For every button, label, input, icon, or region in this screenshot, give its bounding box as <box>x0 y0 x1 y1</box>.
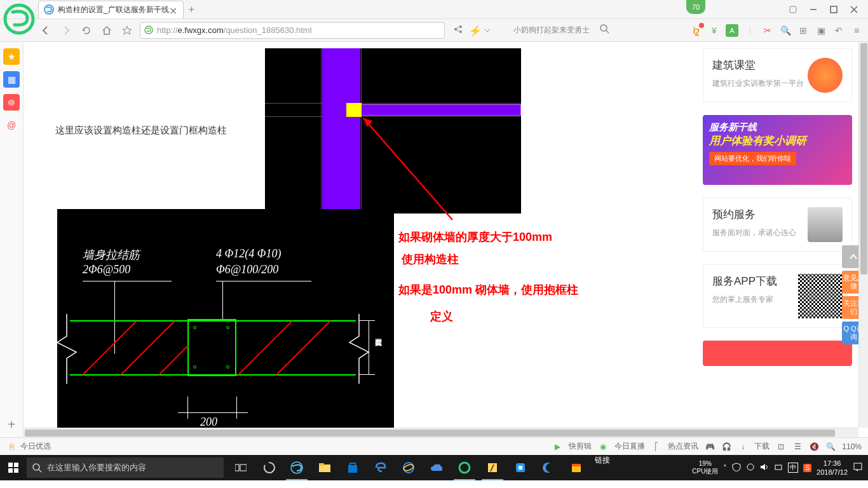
ext-sep: ⋮ <box>743 24 756 37</box>
app-store-icon[interactable] <box>339 455 366 480</box>
tray-chevron-icon[interactable]: ˄ <box>723 464 727 472</box>
scrollbar-vertical[interactable] <box>858 42 868 428</box>
app-explorer-icon[interactable] <box>311 455 338 480</box>
tray-volume-icon[interactable] <box>760 463 769 473</box>
new-tab-button[interactable]: + <box>189 4 194 15</box>
ext-search-icon[interactable]: 🔍 <box>779 24 792 37</box>
clip-icon[interactable]: ▶ <box>552 442 562 452</box>
window-titlebar: 构造柱的设置_广联达服务新干线 ✕ + 70 <box>0 0 868 19</box>
card-app[interactable]: 服务APP下载 您的掌上服务专家 <box>703 264 852 328</box>
menu-icon[interactable]: ≡ <box>850 24 863 37</box>
app-box-icon[interactable] <box>507 455 534 480</box>
star-button[interactable] <box>119 23 135 38</box>
pip-icon[interactable]: ⊡ <box>776 442 786 452</box>
annotation-2: 使用构造柱 <box>402 252 459 267</box>
side-news-icon[interactable]: ▦ <box>3 71 20 88</box>
tray-ime1-icon[interactable]: 中 <box>788 463 798 473</box>
live-icon[interactable]: ◉ <box>598 442 608 452</box>
forward-button[interactable] <box>58 23 74 38</box>
svg-point-13 <box>600 25 607 31</box>
app-notes-icon[interactable] <box>479 455 506 480</box>
chevron-down-icon[interactable] <box>484 25 496 36</box>
svg-rect-2 <box>790 6 796 13</box>
search-icon[interactable] <box>600 24 610 37</box>
cad-diagram-bottom: 墙身拉结筋 2Φ6@500 4 Φ12(4 Φ10) Φ6@100/200 <box>57 209 394 435</box>
task-view-icon[interactable] <box>227 455 254 480</box>
card-class[interactable]: 建筑课堂 建筑行业实训教学第一平台 <box>703 48 852 102</box>
tray-power-icon[interactable] <box>746 463 755 473</box>
side-add-button[interactable]: + <box>4 417 19 432</box>
tray-notification-icon[interactable] <box>853 462 863 473</box>
tray-ime2-icon[interactable]: S <box>803 464 811 472</box>
close-button[interactable] <box>845 3 863 17</box>
tab-close-icon[interactable]: ✕ <box>169 5 178 14</box>
browser-tab[interactable]: 构造柱的设置_广联达服务新干线 ✕ <box>38 1 184 18</box>
app-spiral-icon[interactable] <box>255 455 282 480</box>
taskbar-link[interactable]: 链接 <box>595 455 610 480</box>
promo-banner-2[interactable] <box>703 341 852 366</box>
svg-rect-35 <box>519 466 522 470</box>
zoom-icon[interactable]: 🔍 <box>825 442 836 452</box>
hot-icon[interactable]: ⎡ <box>651 442 661 452</box>
panel-icon[interactable]: ▣ <box>815 24 827 37</box>
mute-icon[interactable]: 🔇 <box>809 442 819 452</box>
tab-favicon <box>44 4 54 15</box>
card-service[interactable]: 预约服务 服务面对面，承诺心连心 <box>703 198 852 252</box>
translate-icon[interactable]: A <box>726 24 738 37</box>
score-badge[interactable]: 70 <box>686 0 705 14</box>
headphone-icon[interactable]: 🎧 <box>721 442 731 452</box>
app-cloud-icon[interactable] <box>423 455 450 480</box>
skin-icon[interactable] <box>784 3 802 17</box>
svg-line-22 <box>39 470 41 472</box>
svg-line-14 <box>606 30 609 33</box>
tray-net-icon[interactable] <box>774 463 783 473</box>
back-button[interactable] <box>38 23 53 38</box>
svg-rect-4 <box>831 6 837 13</box>
app-calendar-icon[interactable] <box>563 455 590 480</box>
browser-logo[interactable] <box>3 3 35 35</box>
minimize-button[interactable] <box>804 3 822 17</box>
side-mail-icon[interactable]: @ <box>3 117 20 133</box>
url-input[interactable]: http://e.fwxgx.com/question_1885630.html <box>140 22 445 39</box>
scissors-icon[interactable]: ✂ <box>761 24 774 37</box>
promo-banner[interactable]: 服务新干线 用户体验有奖小调研 网站要优化，我们听你哒 <box>703 115 852 185</box>
sidebar-icon[interactable]: ☰ <box>792 442 803 452</box>
svg-rect-28 <box>348 465 357 473</box>
wallet-icon[interactable]: ¥ <box>708 24 721 37</box>
app-360-icon[interactable] <box>451 455 478 480</box>
scrollbar-horizontal[interactable] <box>24 428 858 437</box>
taskbar-search[interactable]: 在这里输入你要搜索的内容 <box>27 458 224 478</box>
browser-statusbar: ⎘ 今日优选 ▶快剪辑 ◉今日直播 ⎡热点资讯 🎮 🎧 ↓下载 ⊡ ☰ 🔇 🔍1… <box>0 437 868 455</box>
home-button[interactable] <box>99 23 114 38</box>
download-icon[interactable]: ↓ <box>738 442 748 452</box>
bolt-icon[interactable]: ⚡ <box>469 25 480 36</box>
search-hint[interactable]: 小奶狗打起架来变勇士 <box>513 25 590 36</box>
grid-icon[interactable]: ⊞ <box>797 24 810 37</box>
app-moon-icon[interactable] <box>535 455 562 480</box>
svg-rect-40 <box>854 463 862 470</box>
share-icon[interactable] <box>454 25 465 36</box>
svg-rect-20 <box>14 468 18 473</box>
app-edge2-icon[interactable] <box>367 455 394 480</box>
svg-rect-39 <box>775 465 782 470</box>
ext-icon-1[interactable]: iշ <box>690 24 703 37</box>
status-today[interactable]: 今日优选 <box>20 441 51 452</box>
address-bar: http://e.fwxgx.com/question_1885630.html… <box>0 19 868 42</box>
cpu-meter[interactable]: 19%CPU使用 <box>692 460 718 475</box>
side-fav-icon[interactable]: ★ <box>3 48 20 65</box>
gift-icon[interactable]: ⎘ <box>6 442 17 452</box>
app-edge-icon[interactable] <box>283 455 310 480</box>
svg-rect-37 <box>572 464 581 466</box>
start-button[interactable] <box>0 455 27 480</box>
game-icon[interactable]: 🎮 <box>705 442 715 452</box>
sidebar-right: 建筑课堂 建筑行业实训教学第一平台 服务新干线 用户体验有奖小调研 网站要优化，… <box>703 48 852 366</box>
svg-rect-24 <box>240 464 247 471</box>
tray-clock[interactable]: 17:362018/7/12 <box>817 459 848 477</box>
url-text: http://e.fwxgx.com/question_1885630.html <box>157 25 312 35</box>
maximize-button[interactable] <box>825 3 843 17</box>
undo-icon[interactable]: ↶ <box>832 24 845 37</box>
tray-safe-icon[interactable] <box>732 463 741 473</box>
side-weibo-icon[interactable]: ⊚ <box>3 94 20 111</box>
reload-button[interactable] <box>79 23 94 38</box>
app-ie-icon[interactable] <box>395 455 422 480</box>
